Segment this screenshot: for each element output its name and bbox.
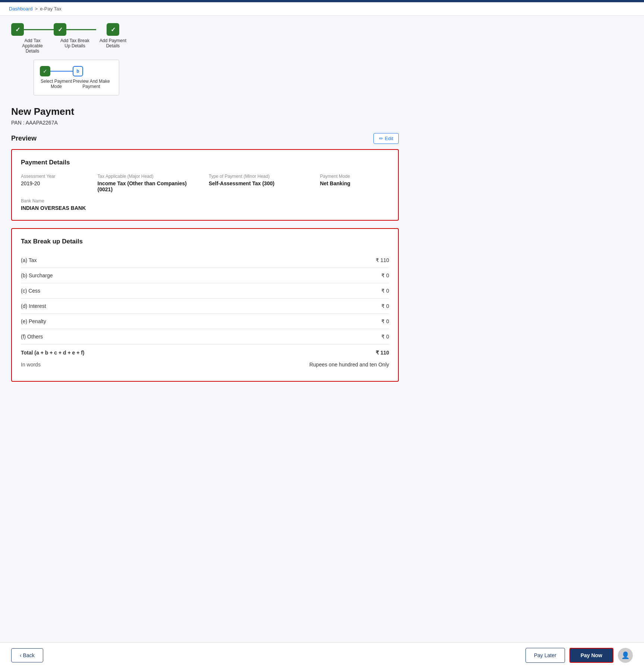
edit-button[interactable]: ✏ Edit (373, 133, 399, 144)
field-label-assessment-year: Assessment Year (21, 174, 90, 179)
step-3-circle: ✓ (107, 23, 119, 36)
tax-row-b: (b) Surcharge ₹ 0 (21, 268, 389, 283)
tax-amount-c: ₹ 0 (381, 288, 389, 294)
field-label-bank-name: Bank Name (21, 198, 90, 204)
main-content: ✓ Add Tax Applicable Details ✓ Add Tax B… (0, 16, 410, 426)
step-1-label: Add Tax Applicable Details (16, 38, 49, 54)
step-1-line (24, 29, 54, 30)
sub-step-2-circle: b (73, 66, 83, 76)
sub-step-row: ✓ b (40, 66, 110, 76)
page-title: New Payment (11, 106, 399, 117)
tax-breakup-title: Tax Break up Details (21, 238, 389, 245)
step-2-circle: ✓ (54, 23, 66, 36)
field-value-tax-applicable: Income Tax (Other than Companies) (0021) (98, 180, 201, 192)
field-value-payment-mode: Net Banking (320, 180, 389, 186)
tax-label-total: Total (a + b + c + d + e + f) (21, 350, 85, 356)
tax-row-a: (a) Tax ₹ 110 (21, 253, 389, 268)
sub-step-1-label: Select Payment Mode (40, 79, 73, 89)
breadcrumb: Dashboard > e-Pay Tax (0, 2, 644, 16)
breadcrumb-separator: > (35, 6, 38, 12)
field-label-payment-mode: Payment Mode (320, 174, 389, 179)
breadcrumb-dashboard[interactable]: Dashboard (9, 6, 33, 12)
payment-details-grid: Assessment Year 2019-20 Tax Applicable (… (21, 174, 389, 211)
tax-label-f: (f) Others (21, 334, 43, 340)
step-3-label: Add Payment Details (96, 38, 130, 48)
tax-amount-a: ₹ 110 (376, 257, 389, 263)
tax-row-c: (c) Cess ₹ 0 (21, 283, 389, 299)
tax-label-d: (d) Interest (21, 303, 46, 309)
tax-row-words: In words Rupees one hundred and ten Only (21, 360, 389, 372)
preview-title: Preview (11, 135, 37, 142)
tax-label-words: In words (21, 362, 41, 368)
tax-row-d: (d) Interest ₹ 0 (21, 299, 389, 314)
payment-details-card: Payment Details Assessment Year 2019-20 … (11, 149, 399, 221)
field-label-tax-applicable: Tax Applicable (Major Head) (98, 174, 201, 179)
field-value-assessment-year: 2019-20 (21, 180, 90, 186)
tax-row-f: (f) Others ₹ 0 (21, 329, 389, 344)
sub-step-1-circle: ✓ (40, 66, 50, 76)
step-3: ✓ Add Payment Details (96, 23, 130, 48)
field-value-bank-name: INDIAN OVERSEAS BANK (21, 205, 90, 211)
sub-step-labels: Select Payment Mode Preview And Make Pay… (40, 79, 110, 89)
breadcrumb-current: e-Pay Tax (40, 6, 61, 12)
tax-amount-d: ₹ 0 (381, 303, 389, 309)
tax-amount-b: ₹ 0 (381, 272, 389, 278)
field-bank-name: Bank Name INDIAN OVERSEAS BANK (21, 198, 90, 211)
field-value-type-of-payment: Self-Assessment Tax (300) (209, 180, 312, 186)
step-1-circle: ✓ (11, 23, 24, 36)
field-label-type-of-payment: Type of Payment (Minor Head) (209, 174, 312, 179)
step-2: ✓ Add Tax Break Up Details (54, 23, 96, 48)
field-tax-applicable: Tax Applicable (Major Head) Income Tax (… (98, 174, 201, 192)
payment-details-title: Payment Details (21, 159, 389, 166)
tax-label-e: (e) Penalty (21, 318, 46, 324)
step-2-label: Add Tax Break Up Details (58, 38, 92, 48)
tax-amount-f: ₹ 0 (381, 334, 389, 340)
tax-amount-total: ₹ 110 (376, 350, 389, 356)
field-assessment-year: Assessment Year 2019-20 (21, 174, 90, 192)
sub-step-line (50, 71, 73, 72)
pencil-icon: ✏ (379, 136, 383, 141)
tax-row-e: (e) Penalty ₹ 0 (21, 314, 389, 329)
tax-amount-e: ₹ 0 (381, 318, 389, 324)
sub-step-2-label: Preview And Make Payment (73, 79, 110, 89)
tax-breakup-card: Tax Break up Details (a) Tax ₹ 110 (b) S… (11, 228, 399, 382)
tax-words-value: Rupees one hundred and ten Only (309, 362, 389, 368)
step-1: ✓ Add Tax Applicable Details (11, 23, 54, 54)
preview-header: Preview ✏ Edit (11, 133, 399, 144)
tax-label-a: (a) Tax (21, 257, 37, 263)
tax-row-total: Total (a + b + c + d + e + f) ₹ 110 (21, 344, 389, 360)
pan-info: PAN : AAAPA2267A (11, 120, 399, 126)
field-type-of-payment: Type of Payment (Minor Head) Self-Assess… (209, 174, 312, 192)
step-2-line (66, 29, 96, 30)
tax-label-c: (c) Cess (21, 288, 40, 294)
field-payment-mode: Payment Mode Net Banking (320, 174, 389, 192)
sub-stepper-box: ✓ b Select Payment Mode Preview And Make… (34, 60, 119, 95)
main-stepper: ✓ Add Tax Applicable Details ✓ Add Tax B… (11, 23, 399, 54)
tax-label-b: (b) Surcharge (21, 272, 53, 278)
